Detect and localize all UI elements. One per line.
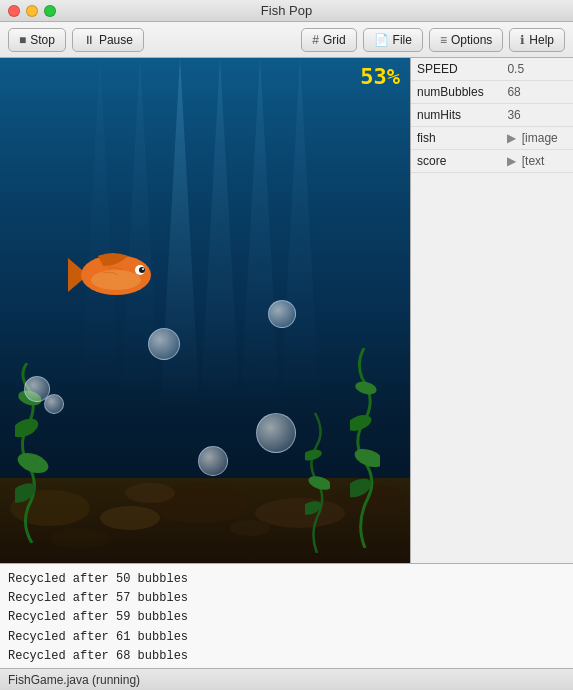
props-key-4: score <box>411 150 501 173</box>
props-row-3: fish▶ [image <box>411 127 573 150</box>
svg-marker-3 <box>280 58 320 412</box>
status-text: FishGame.java (running) <box>8 673 140 687</box>
help-label: Help <box>529 33 554 47</box>
help-button[interactable]: ℹ Help <box>509 28 565 52</box>
svg-point-7 <box>100 506 160 530</box>
svg-point-27 <box>91 270 141 290</box>
svg-marker-2 <box>240 58 280 412</box>
pause-button[interactable]: ⏸ Pause <box>72 28 144 52</box>
props-row-2: numHits36 <box>411 104 573 127</box>
console-line-0: Recycled after 50 bubbles <box>8 570 565 589</box>
props-value-3: ▶ [image <box>501 127 573 150</box>
main-content: 53% SPEED0.5numBubbles68numHits36fish▶ [… <box>0 58 573 563</box>
options-button[interactable]: ≡ Options <box>429 28 503 52</box>
fish <box>68 248 158 303</box>
seaweed-right <box>350 348 380 548</box>
console-area[interactable]: Recycled after 50 bubblesRecycled after … <box>0 563 573 668</box>
percentage-display: 53% <box>360 64 400 89</box>
svg-marker-5 <box>80 58 120 412</box>
svg-point-19 <box>352 445 380 470</box>
svg-marker-4 <box>120 58 160 412</box>
grid-label: Grid <box>323 33 346 47</box>
svg-point-24 <box>305 448 323 463</box>
svg-point-11 <box>125 483 175 503</box>
props-arrow-icon-4: ▶ <box>507 154 519 168</box>
options-icon: ≡ <box>440 33 447 47</box>
pause-icon: ⏸ <box>83 33 95 47</box>
bubble-2 <box>268 300 296 328</box>
console-line-1: Recycled after 57 bubbles <box>8 589 565 608</box>
options-label: Options <box>451 33 492 47</box>
properties-table: SPEED0.5numBubbles68numHits36fish▶ [imag… <box>411 58 573 173</box>
minimize-button[interactable] <box>26 5 38 17</box>
props-value-0: 0.5 <box>501 58 573 81</box>
grid-button[interactable]: # Grid <box>301 28 356 52</box>
maximize-button[interactable] <box>44 5 56 17</box>
props-key-0: SPEED <box>411 58 501 81</box>
svg-point-13 <box>50 528 110 548</box>
props-key-2: numHits <box>411 104 501 127</box>
console-line-4: Recycled after 68 bubbles <box>8 647 565 666</box>
bubble-6 <box>44 394 64 414</box>
svg-point-12 <box>230 520 270 536</box>
props-value-4: ▶ [text <box>501 150 573 173</box>
seabed-texture <box>0 478 410 563</box>
svg-point-9 <box>255 498 345 528</box>
title-bar: Fish Pop <box>0 0 573 22</box>
status-bar: FishGame.java (running) <box>0 668 573 690</box>
bubble-4 <box>198 446 228 476</box>
file-button[interactable]: 📄 File <box>363 28 423 52</box>
svg-point-30 <box>142 268 144 270</box>
console-line-2: Recycled after 59 bubbles <box>8 608 565 627</box>
props-key-3: fish <box>411 127 501 150</box>
props-row-4: score▶ [text <box>411 150 573 173</box>
props-key-1: numBubbles <box>411 81 501 104</box>
svg-point-21 <box>354 379 378 396</box>
window-title: Fish Pop <box>261 3 312 18</box>
bubble-1 <box>148 328 180 360</box>
props-row-0: SPEED0.5 <box>411 58 573 81</box>
light-rays <box>0 58 410 412</box>
file-icon: 📄 <box>374 33 389 47</box>
bubble-3 <box>256 413 296 453</box>
props-value-1: 68 <box>501 81 573 104</box>
svg-point-22 <box>305 499 323 518</box>
stop-icon: ■ <box>19 33 26 47</box>
traffic-lights[interactable] <box>8 5 56 17</box>
props-arrow-icon-3: ▶ <box>507 131 519 145</box>
grid-icon: # <box>312 33 319 47</box>
seabed <box>0 478 410 563</box>
pause-label: Pause <box>99 33 133 47</box>
svg-marker-1 <box>200 58 240 412</box>
svg-point-20 <box>350 412 374 434</box>
svg-point-16 <box>15 415 41 441</box>
right-panel: SPEED0.5numBubbles68numHits36fish▶ [imag… <box>410 58 573 563</box>
console-line-3: Recycled after 61 bubbles <box>8 628 565 647</box>
svg-point-29 <box>139 267 145 273</box>
close-button[interactable] <box>8 5 20 17</box>
game-area[interactable]: 53% <box>0 58 410 563</box>
seaweed-mid <box>305 403 330 553</box>
svg-point-23 <box>307 474 330 493</box>
stop-button[interactable]: ■ Stop <box>8 28 66 52</box>
file-label: File <box>393 33 412 47</box>
stop-label: Stop <box>30 33 55 47</box>
props-value-2: 36 <box>501 104 573 127</box>
props-row-1: numBubbles68 <box>411 81 573 104</box>
bottom-section: Recycled after 50 bubblesRecycled after … <box>0 563 573 690</box>
toolbar: ■ Stop ⏸ Pause # Grid 📄 File ≡ Options ℹ… <box>0 22 573 58</box>
help-icon: ℹ <box>520 33 525 47</box>
